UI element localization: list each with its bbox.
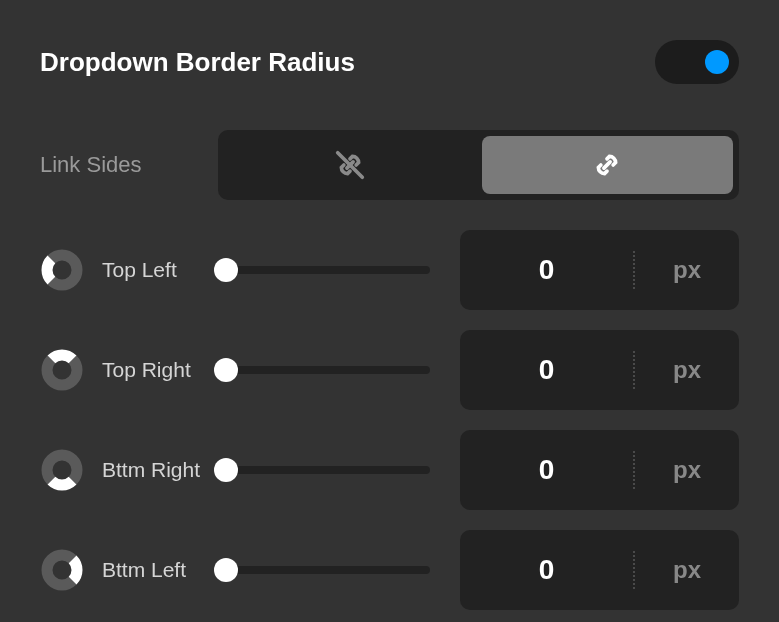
- corner-top-right-slider[interactable]: [218, 366, 430, 374]
- corner-bottom-right-icon: [40, 448, 84, 492]
- corner-row-bottom-right: Bttm Right 0 px: [40, 430, 739, 510]
- unit-select[interactable]: px: [635, 256, 739, 284]
- corner-bottom-left-icon: [40, 548, 84, 592]
- corner-row-bottom-left: Bttm Left 0 px: [40, 530, 739, 610]
- slider-thumb[interactable]: [214, 458, 238, 482]
- corner-bottom-left-label: Bttm Left: [102, 557, 218, 583]
- corner-top-left-value-input[interactable]: 0 px: [460, 230, 739, 310]
- link-sides-label: Link Sides: [40, 152, 218, 178]
- slider-thumb[interactable]: [214, 558, 238, 582]
- corner-bottom-left-value-input[interactable]: 0 px: [460, 530, 739, 610]
- toggle-knob: [705, 50, 729, 74]
- corner-top-left-icon: [40, 248, 84, 292]
- corner-top-right-icon: [40, 348, 84, 392]
- value-number: 0: [460, 354, 633, 386]
- unit-select[interactable]: px: [635, 356, 739, 384]
- corner-row-top-left: Top Left 0 px: [40, 230, 739, 310]
- slider-thumb[interactable]: [214, 358, 238, 382]
- enable-toggle[interactable]: [655, 40, 739, 84]
- corner-top-left-label: Top Left: [102, 257, 218, 283]
- corner-row-top-right: Top Right 0 px: [40, 330, 739, 410]
- link-sides-button[interactable]: [482, 136, 734, 194]
- corner-top-right-value-input[interactable]: 0 px: [460, 330, 739, 410]
- corner-bottom-right-value-input[interactable]: 0 px: [460, 430, 739, 510]
- corner-top-left-slider[interactable]: [218, 266, 430, 274]
- unit-select[interactable]: px: [635, 556, 739, 584]
- slider-thumb[interactable]: [214, 258, 238, 282]
- corner-bottom-right-label: Bttm Right: [102, 457, 218, 483]
- corner-bottom-left-slider[interactable]: [218, 566, 430, 574]
- link-sides-segmented: [218, 130, 739, 200]
- panel-title: Dropdown Border Radius: [40, 47, 355, 78]
- corner-top-right-label: Top Right: [102, 357, 218, 383]
- value-number: 0: [460, 554, 633, 586]
- unit-select[interactable]: px: [635, 456, 739, 484]
- unlink-sides-button[interactable]: [224, 136, 476, 194]
- value-number: 0: [460, 254, 633, 286]
- corner-bottom-right-slider[interactable]: [218, 466, 430, 474]
- link-icon: [591, 149, 623, 181]
- unlink-icon: [334, 149, 366, 181]
- value-number: 0: [460, 454, 633, 486]
